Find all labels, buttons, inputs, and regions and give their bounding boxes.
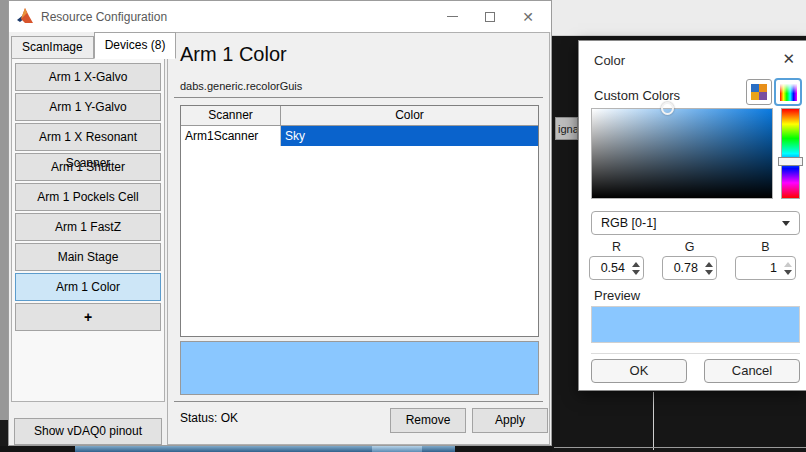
color-mode-value: RGB [0-1] [601, 216, 657, 230]
spinner-down-icon[interactable] [632, 270, 640, 275]
maximize-button[interactable] [471, 1, 509, 32]
custom-colors-label: Custom Colors [594, 88, 680, 103]
apply-button[interactable]: Apply [472, 408, 548, 433]
cell-color-value-selected[interactable]: Sky [281, 126, 538, 146]
sidebar-item-arm1-fastz[interactable]: Arm 1 FastZ [15, 213, 161, 241]
titlebar[interactable]: Resource Configuration ✕ [9, 1, 551, 32]
remove-button[interactable]: Remove [390, 408, 466, 433]
sidebar-item-arm1-pockels-cell[interactable]: Arm 1 Pockels Cell [15, 183, 161, 211]
swatch-orange [759, 84, 767, 92]
hue-slider[interactable] [781, 108, 800, 199]
hue-slider-handle[interactable] [778, 157, 803, 166]
ok-button[interactable]: OK [591, 359, 687, 383]
selected-color-swatch [180, 341, 539, 395]
background-window-top [552, 0, 806, 36]
divider [591, 353, 800, 354]
show-vdaq0-pinout-button[interactable]: Show vDAQ0 pinout [14, 418, 162, 445]
background-blue-bar-highlight [372, 446, 422, 452]
r-value-input[interactable] [590, 257, 628, 279]
tab-devices[interactable]: Devices (8) [94, 32, 177, 59]
swatch-yellow [751, 92, 759, 100]
label-g: G [662, 240, 717, 254]
sidebar-item-main-stage[interactable]: Main Stage [15, 243, 161, 271]
dialog-title: Color [594, 53, 625, 68]
matlab-icon [16, 7, 34, 25]
preview-label: Preview [594, 288, 640, 303]
scanner-color-table: Scanner Color Arm1Scanner Sky [180, 105, 539, 337]
b-value-spinner [735, 256, 796, 280]
spinner-down-icon[interactable] [784, 270, 792, 275]
swatch-purple [759, 92, 767, 100]
device-sidebar: Arm 1 X-Galvo Arm 1 Y-Galvo Arm 1 X Reso… [11, 58, 165, 402]
chevron-down-icon [782, 221, 790, 226]
minimize-button[interactable] [433, 1, 471, 32]
cancel-button[interactable]: Cancel [704, 359, 800, 383]
g-value-input[interactable] [663, 257, 701, 279]
column-header-color[interactable]: Color [281, 106, 538, 126]
sidebar-item-arm1-color[interactable]: Arm 1 Color [15, 273, 161, 301]
preview-swatch [591, 306, 800, 343]
tab-bar: ScanImage Devices (8) [11, 32, 176, 59]
window-title: Resource Configuration [41, 10, 167, 24]
gradient-icon [780, 84, 797, 101]
window-controls: ✕ [433, 1, 547, 32]
page-title: Arm 1 Color [180, 43, 287, 66]
cell-scanner-name[interactable]: Arm1Scanner [181, 126, 281, 146]
maximize-icon [485, 12, 495, 22]
divider [174, 97, 543, 98]
sidebar-item-arm1-y-galvo[interactable]: Arm 1 Y-Galvo [15, 93, 161, 121]
status-label: Status: OK [180, 411, 238, 425]
sidebar-item-arm1-x-galvo[interactable]: Arm 1 X-Galvo [15, 63, 161, 91]
background-blue-bar [75, 446, 455, 452]
background-divider-vertical [653, 392, 654, 450]
spinner-down-icon[interactable] [705, 270, 713, 275]
dialog-close-button[interactable]: ✕ [782, 50, 795, 68]
background-window-edge [0, 0, 8, 420]
swatch-blue [751, 84, 759, 92]
spinner-up-icon[interactable] [705, 262, 713, 267]
add-device-button[interactable]: + [15, 303, 161, 331]
background-divider-horizontal [554, 447, 806, 448]
saturation-value-picker[interactable] [591, 108, 773, 199]
b-value-input[interactable] [736, 257, 780, 279]
color-swatches-icon [751, 84, 767, 100]
class-name-label: dabs.generic.recolorGuis [180, 80, 302, 92]
spinner-up-icon-disabled [784, 262, 792, 267]
r-value-spinner [589, 256, 644, 280]
label-r: R [589, 240, 644, 254]
background-partial-tab[interactable]: igna [555, 117, 578, 140]
color-mode-dropdown[interactable]: RGB [0-1] [591, 211, 800, 235]
b-spinner-arrows [780, 257, 795, 279]
device-config-panel: Arm 1 Color dabs.generic.recolorGuis Sca… [167, 32, 550, 445]
table-header-row: Scanner Color [181, 106, 538, 126]
background-bottom-strip [0, 446, 552, 452]
standard-colors-button[interactable] [746, 79, 772, 105]
sidebar-item-arm1-shutter[interactable]: Arm 1 Shutter [15, 153, 161, 181]
spinner-up-icon[interactable] [632, 262, 640, 267]
custom-colors-button-active[interactable] [774, 78, 802, 106]
column-header-scanner[interactable]: Scanner [181, 106, 281, 126]
close-button[interactable]: ✕ [509, 1, 547, 32]
g-spinner-arrows [701, 257, 716, 279]
color-picker-dialog: Color ✕ Custom Colors RGB [0-1] R G B [578, 40, 806, 391]
resource-configuration-window: Resource Configuration ✕ ScanImage Devic… [8, 0, 552, 446]
screen: igna Resource Configuration ✕ ScanImage [0, 0, 806, 452]
r-spinner-arrows [628, 257, 643, 279]
label-b: B [735, 240, 796, 254]
sidebar-item-arm1-x-resonant-scanner[interactable]: Arm 1 X Resonant Scanner [15, 123, 161, 151]
minimize-icon [447, 16, 458, 17]
table-row: Arm1Scanner Sky [181, 126, 538, 146]
g-value-spinner [662, 256, 717, 280]
close-icon: ✕ [522, 10, 534, 24]
divider [174, 401, 543, 402]
tab-scanimage[interactable]: ScanImage [11, 36, 94, 59]
sv-marker[interactable] [661, 102, 674, 115]
